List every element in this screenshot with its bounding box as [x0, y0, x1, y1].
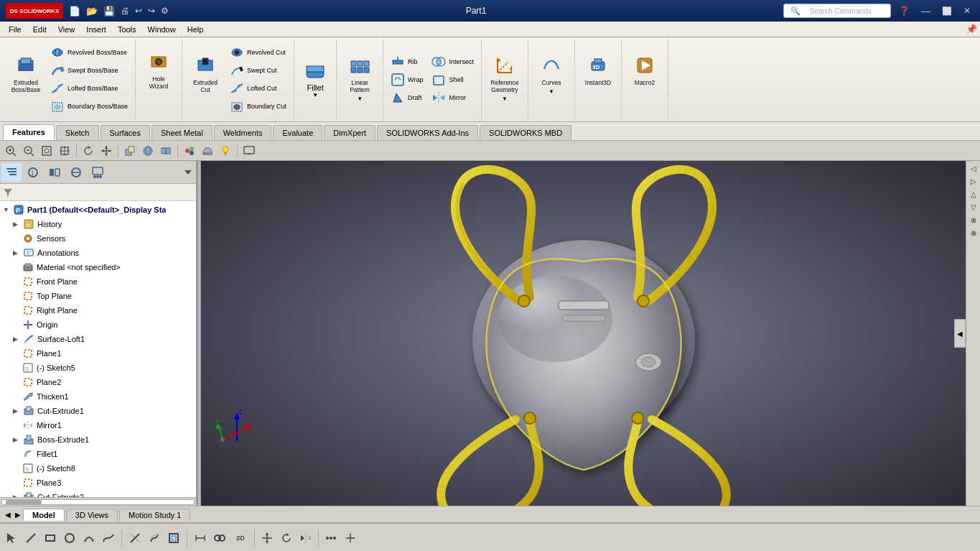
viewport[interactable]: Z X Y ◀: [201, 161, 966, 506]
mirror-button[interactable]: Mirror: [429, 89, 477, 106]
bb-mirror-entities[interactable]: [297, 529, 314, 547]
intersect-button[interactable]: Intersect: [429, 53, 477, 70]
view-lights[interactable]: [218, 143, 233, 159]
lp-tab-config-manager[interactable]: [45, 163, 65, 182]
tree-item-fillet1[interactable]: Fillet1: [0, 447, 196, 461]
view-appearances[interactable]: [182, 143, 197, 159]
bb-linear-sketch-pattern[interactable]: [322, 529, 340, 547]
fillet-button[interactable]: Fillet ▼: [299, 47, 332, 112]
bb-rectangle[interactable]: [42, 529, 59, 547]
h-scrollbar[interactable]: [0, 497, 196, 506]
menu-edit[interactable]: Edit: [27, 24, 52, 35]
view-zoom-fit[interactable]: [39, 143, 55, 159]
view-zoom-in[interactable]: [3, 143, 19, 159]
minimize-icon[interactable]: —: [918, 4, 934, 18]
bb-circle[interactable]: [61, 529, 78, 547]
tree-item-right-plane[interactable]: Right Plane: [0, 303, 196, 318]
swept-cut-button[interactable]: Swept Cut: [227, 62, 289, 79]
view-orientation[interactable]: [122, 143, 138, 159]
rp-btn-3[interactable]: △: [968, 188, 979, 200]
tree-item-sensors[interactable]: Sensors: [0, 231, 196, 246]
menu-view[interactable]: View: [52, 24, 81, 35]
view-zoom-sheet[interactable]: [57, 143, 73, 159]
bb-arc[interactable]: [80, 529, 98, 547]
collapse-right-btn[interactable]: ◀: [954, 319, 966, 348]
tree-item-sketch8[interactable]: S (-) Sketch8: [0, 461, 196, 476]
bottom-tabs-nav-left[interactable]: ◀: [3, 511, 13, 519]
tree-item-top-plane[interactable]: Top Plane: [0, 289, 196, 303]
reference-geometry-button[interactable]: Reference Geometry ▼: [486, 51, 523, 108]
rp-btn-6[interactable]: ⊗: [968, 227, 979, 239]
extruded-cut-button[interactable]: Extruded Cut: [187, 51, 224, 108]
bb-convert-entities[interactable]: [165, 529, 182, 547]
print-icon[interactable]: 🖨: [121, 6, 129, 16]
boundary-cut-button[interactable]: Boundary Cut: [227, 98, 289, 115]
tree-item-history[interactable]: ▶ H History: [0, 217, 196, 231]
view-pan[interactable]: [98, 143, 114, 159]
rp-btn-2[interactable]: ▷: [968, 175, 979, 187]
draft-button[interactable]: Draft: [388, 89, 426, 106]
reference-geometry-dropdown[interactable]: ▼: [502, 96, 508, 102]
bb-select[interactable]: [3, 529, 20, 547]
tree-item-material[interactable]: Material <not specified>: [0, 260, 196, 274]
rp-btn-1[interactable]: ◁: [968, 162, 979, 174]
tree-item-mirror1[interactable]: Mirror1: [0, 418, 196, 432]
swept-boss-button[interactable]: Swept Boss/Base: [47, 62, 131, 79]
tab-features[interactable]: Features: [3, 124, 55, 140]
hole-wizard-button[interactable]: Hole Wizard: [140, 47, 177, 112]
tab-sketch[interactable]: Sketch: [56, 125, 99, 140]
tree-item-plane2[interactable]: Plane2: [0, 375, 196, 389]
tab-dimxpert[interactable]: DimXpert: [324, 125, 375, 140]
tree-root[interactable]: ▼ P Part1 (Default<<Default>_Display Sta: [0, 203, 196, 217]
curves-dropdown[interactable]: ▼: [549, 88, 554, 95]
tree-item-boss-extrude1[interactable]: ▶ Boss-Extrude1: [0, 432, 196, 447]
lp-tab-display-manager[interactable]: [88, 163, 108, 182]
bb-dimension[interactable]: [192, 529, 209, 547]
bb-trim[interactable]: [126, 529, 144, 547]
bottom-tabs-nav-right[interactable]: ▶: [13, 511, 23, 519]
tab-solidworks-addins[interactable]: SOLIDWORKS Add-Ins: [377, 125, 478, 140]
wrap-button[interactable]: Wrap: [388, 71, 426, 88]
pin-icon[interactable]: 📌: [966, 24, 977, 34]
tree-item-sketch5[interactable]: S (-) Sketch5: [0, 361, 196, 375]
rib-button[interactable]: Rib: [388, 53, 426, 70]
extruded-boss-button[interactable]: Extruded Boss/Base: [7, 51, 45, 108]
tab-evaluate[interactable]: Evaluate: [273, 125, 322, 140]
lp-expand-icon[interactable]: [182, 165, 195, 180]
bb-add-relation[interactable]: [342, 529, 359, 547]
bb-offset[interactable]: [146, 529, 163, 547]
lp-tab-dim-xpert[interactable]: [66, 163, 86, 182]
maximize-icon[interactable]: ⬜: [938, 5, 956, 17]
btab-motion-study[interactable]: Motion Study 1: [119, 509, 190, 521]
tree-item-thicken1[interactable]: Thicken1: [0, 389, 196, 404]
lofted-cut-button[interactable]: Lofted Cut: [227, 80, 289, 97]
linear-pattern-dropdown[interactable]: ▼: [357, 96, 363, 102]
undo-icon[interactable]: ↩: [135, 6, 142, 16]
tree-item-plane3[interactable]: Plane3: [0, 476, 196, 490]
view-rotate[interactable]: [80, 143, 96, 159]
revolved-cut-button[interactable]: Revolved Cut: [227, 44, 289, 61]
bb-sketch-line[interactable]: [22, 529, 39, 547]
tab-solidworks-mbd[interactable]: SOLIDWORKS MBD: [480, 125, 571, 140]
instant3d-button[interactable]: 3D Instant3D: [579, 51, 617, 108]
bb-move[interactable]: [258, 529, 276, 547]
tab-weldments[interactable]: Weldments: [214, 125, 272, 140]
tree-item-annotations[interactable]: ▶ Annotations: [0, 246, 196, 260]
rp-btn-5[interactable]: ⊕: [968, 214, 979, 226]
bb-2d-3d[interactable]: 2D: [230, 529, 251, 547]
bb-rotate-entities[interactable]: [278, 529, 295, 547]
tab-surfaces[interactable]: Surfaces: [101, 125, 150, 140]
lp-tab-feature-manager[interactable]: [1, 163, 22, 182]
btab-3d-views[interactable]: 3D Views: [66, 509, 118, 521]
redo-icon[interactable]: ↪: [148, 6, 155, 16]
tree-item-cut-extrude1[interactable]: ▶ Cut-Extrude1: [0, 404, 196, 418]
boundary-boss-button[interactable]: Boundary Boss/Base: [47, 98, 131, 115]
curves-button[interactable]: Curves ▼: [533, 51, 570, 108]
revolved-boss-button[interactable]: Revolved Boss/Base: [47, 44, 131, 61]
lp-tab-property-manager[interactable]: i: [23, 163, 43, 182]
tree-item-plane1[interactable]: Plane1: [0, 346, 196, 361]
linear-pattern-button[interactable]: Linear Pattern ▼: [341, 51, 378, 108]
menu-window[interactable]: Window: [142, 24, 182, 35]
save-icon[interactable]: 💾: [103, 6, 115, 17]
bb-spline[interactable]: [100, 529, 117, 547]
